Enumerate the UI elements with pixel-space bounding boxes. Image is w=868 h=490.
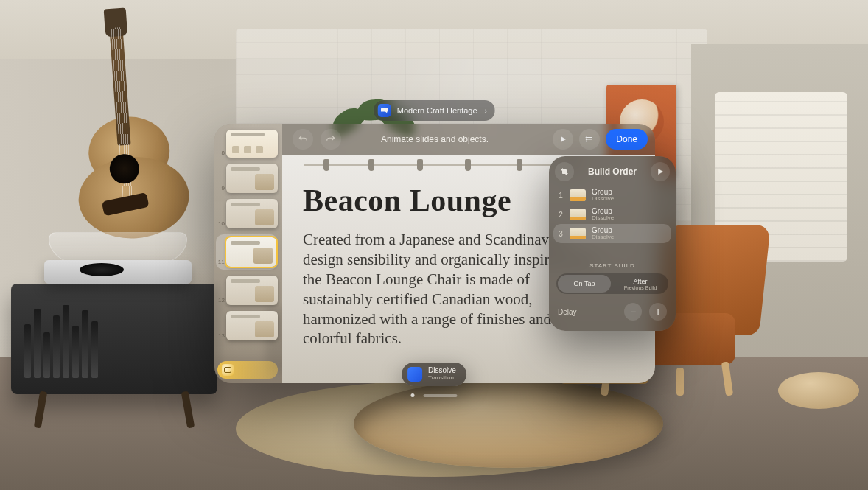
slide-number: 9 — [217, 185, 226, 193]
animate-toolbar: Animate slides and objects. Done — [214, 124, 655, 155]
window-pager[interactable] — [411, 393, 458, 397]
window-title-pill[interactable]: Modern Craft Heritage › — [374, 100, 495, 121]
play-icon — [656, 167, 665, 176]
delay-decrease-button[interactable]: − — [624, 303, 642, 321]
slide-thumb[interactable]: 13 — [217, 311, 278, 340]
presenter-display-button[interactable] — [217, 361, 278, 379]
done-button[interactable]: Done — [606, 129, 648, 150]
build-row-selected[interactable]: 3 GroupDissolve — [553, 224, 671, 243]
builds-button[interactable] — [555, 162, 574, 181]
svg-point-4 — [586, 139, 587, 140]
delay-increase-button[interactable]: + — [649, 303, 667, 321]
start-build-segmented[interactable]: On Tap After Previous Build — [556, 273, 668, 294]
view-options-button[interactable] — [579, 129, 600, 150]
build-index: 2 — [558, 211, 564, 219]
slide-number: 13 — [217, 332, 226, 340]
delay-stepper: − + — [624, 303, 667, 321]
play-icon — [559, 135, 567, 144]
pager-bar[interactable] — [424, 394, 458, 397]
media-credenza — [11, 284, 217, 394]
slide-thumb[interactable]: 9 — [217, 164, 278, 193]
transition-name: Dissolve — [428, 367, 456, 374]
side-table — [778, 372, 859, 409]
slide-number: 10 — [217, 220, 226, 228]
build-effect: Dissolve — [592, 196, 614, 202]
svg-point-5 — [586, 141, 587, 141]
build-index: 1 — [558, 192, 564, 200]
slide-thumb[interactable]: 12 — [217, 276, 278, 305]
build-thumb — [570, 209, 586, 220]
svg-point-3 — [586, 137, 587, 138]
slide-thumb[interactable]: 10 — [217, 199, 278, 228]
slide-number: 11 — [217, 259, 226, 267]
delay-label: Delay — [558, 308, 577, 316]
build-order-panel: Build Order 1 GroupDissolve 2 GroupDisso… — [549, 156, 676, 331]
build-thumb — [570, 189, 586, 201]
segment-after-previous[interactable]: After Previous Build — [612, 273, 668, 294]
slide-navigator[interactable]: 8 9 10 11 12 13 — [214, 124, 282, 383]
start-build-label: START BUILD — [549, 262, 676, 269]
record-player — [44, 232, 192, 284]
build-thumb — [570, 228, 586, 239]
slide-number: 12 — [217, 297, 226, 305]
pager-dot[interactable] — [411, 393, 415, 397]
build-row[interactable]: 2 GroupDissolve — [553, 205, 671, 224]
list-icon — [585, 135, 594, 144]
presenter-display-icon — [222, 364, 234, 376]
acoustic-guitar — [21, 9, 206, 248]
document-title: Modern Craft Heritage — [397, 106, 477, 115]
segment-on-tap[interactable]: On Tap — [558, 275, 611, 293]
build-index: 3 — [558, 230, 564, 238]
slide-thumb-selected[interactable]: 11 — [216, 234, 278, 270]
panel-title: Build Order — [588, 167, 637, 177]
build-row[interactable]: 1 GroupDissolve — [553, 186, 671, 205]
transition-icon — [407, 367, 422, 382]
transition-chip[interactable]: Dissolve Transition — [402, 363, 466, 386]
chevron-right-icon: › — [483, 106, 488, 115]
builds-icon — [560, 167, 569, 176]
keynote-app-icon — [378, 104, 391, 117]
build-effect: Dissolve — [592, 215, 614, 221]
build-effect: Dissolve — [592, 234, 614, 240]
preview-builds-button[interactable] — [651, 162, 670, 181]
play-button[interactable] — [553, 129, 573, 150]
transition-kind: Transition — [428, 374, 456, 382]
